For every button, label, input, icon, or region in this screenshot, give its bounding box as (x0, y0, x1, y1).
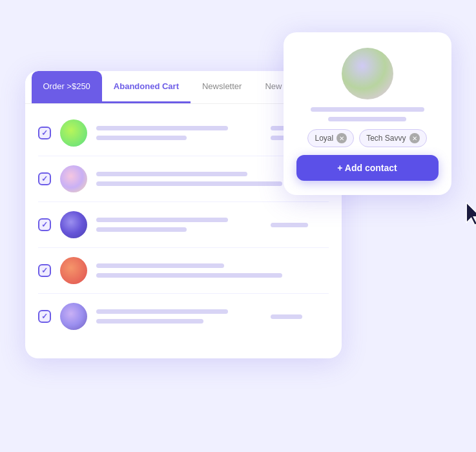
check-icon: ✓ (41, 128, 48, 138)
detail-line (96, 319, 203, 324)
name-line (96, 218, 229, 222)
row-content-5 (96, 309, 262, 324)
avatar-5 (60, 303, 87, 330)
row-content-1 (96, 126, 262, 140)
tab-abandoned-cart[interactable]: Abandoned Cart (102, 71, 191, 103)
meta-line (271, 314, 303, 319)
avatar-4 (60, 257, 87, 284)
check-icon: ✓ (41, 266, 48, 275)
tag-list: Loyal ✕ Tech Savvy ✕ (296, 129, 439, 147)
tab-order[interactable]: Order >$250 (32, 71, 102, 103)
detail-line (96, 273, 282, 278)
add-contact-button[interactable]: + Add contact (296, 155, 439, 181)
remove-loyal-tag-button[interactable]: ✕ (336, 133, 347, 143)
row-content-4 (96, 263, 329, 278)
profile-avatar (342, 48, 393, 99)
profile-info-lines (296, 107, 439, 121)
list-item[interactable]: ✓ (38, 248, 329, 294)
check-icon: ✓ (41, 220, 48, 229)
name-line (96, 309, 229, 314)
check-icon: ✓ (41, 174, 48, 183)
avatar-2 (60, 165, 87, 192)
tab-newsletter[interactable]: Newsletter (191, 71, 253, 103)
tag-tech-savvy[interactable]: Tech Savvy ✕ (359, 129, 426, 147)
avatar-1 (60, 119, 87, 147)
checkbox-2[interactable]: ✓ (38, 172, 51, 185)
detail-line (96, 136, 187, 140)
list-item[interactable]: ✓ (38, 202, 329, 248)
meta-line (271, 223, 309, 227)
list-item[interactable]: ✓ (38, 294, 329, 339)
remove-tech-savvy-tag-button[interactable]: ✕ (409, 133, 420, 143)
check-icon: ✓ (41, 312, 48, 321)
scene: Order >$250 Abandoned Cart Newsletter Ne… (25, 32, 451, 420)
tag-loyal[interactable]: Loyal ✕ (307, 129, 354, 147)
checkbox-4[interactable]: ✓ (38, 264, 51, 277)
row-meta-3 (271, 223, 329, 227)
avatar-3 (60, 211, 87, 238)
name-line (96, 172, 247, 176)
profile-sub-line (328, 117, 406, 121)
name-line (96, 263, 224, 268)
checkbox-3[interactable]: ✓ (38, 218, 51, 231)
detail-line (96, 227, 187, 232)
detail-line (96, 181, 282, 186)
checkbox-5[interactable]: ✓ (38, 310, 51, 323)
profile-name-line (311, 107, 424, 112)
profile-card: Loyal ✕ Tech Savvy ✕ + Add contact (284, 32, 451, 195)
row-content-3 (96, 218, 262, 232)
row-meta-5 (271, 314, 329, 319)
name-line (96, 126, 229, 130)
checkbox-1[interactable]: ✓ (38, 127, 51, 139)
